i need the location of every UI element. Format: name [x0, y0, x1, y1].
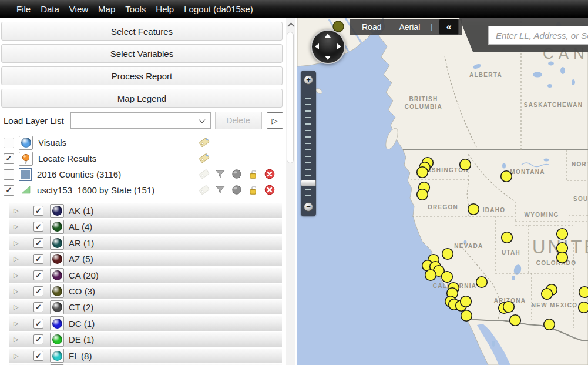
city-marker[interactable]: [468, 204, 479, 215]
city-marker[interactable]: [442, 249, 453, 260]
layer-checkbox[interactable]: ✓: [4, 185, 14, 196]
aerial-button[interactable]: Aerial: [390, 22, 429, 32]
state-row-ar[interactable]: ▷✓AR (1): [9, 236, 282, 250]
state-row-ak[interactable]: ▷✓AK (1): [9, 203, 282, 218]
city-marker[interactable]: [501, 171, 512, 182]
road-button[interactable]: Road: [353, 22, 390, 32]
layer-checkbox[interactable]: [4, 169, 14, 180]
city-marker[interactable]: [542, 289, 553, 300]
state-row-ct[interactable]: ▷✓CT (2): [9, 300, 282, 314]
layer-row[interactable]: Visuals: [0, 135, 285, 150]
state-checkbox[interactable]: ✓: [33, 222, 43, 232]
search-input[interactable]: [488, 26, 588, 45]
city-marker[interactable]: [476, 277, 488, 288]
expand-arrow-icon[interactable]: ▷: [14, 223, 22, 230]
expand-arrow-icon[interactable]: ▷: [14, 352, 22, 360]
state-row-al[interactable]: ▷✓AL (4): [9, 219, 282, 234]
map-canvas[interactable]: UNITEDCANADAALBERTABRITISHCOLUMBIASASKAT…: [297, 18, 588, 365]
state-checkbox[interactable]: ✓: [33, 270, 43, 280]
globe-icon[interactable]: [231, 168, 243, 180]
state-checkbox[interactable]: ✓: [33, 302, 43, 312]
panel-scrollbar[interactable]: [286, 18, 295, 365]
remove-icon[interactable]: [264, 184, 275, 196]
city-marker[interactable]: [417, 167, 428, 178]
layer-checkbox[interactable]: ✓: [4, 153, 14, 164]
city-marker[interactable]: [557, 229, 568, 240]
accordion-select-features[interactable]: Select Features: [1, 22, 283, 41]
remove-icon[interactable]: [264, 168, 275, 180]
state-row-de[interactable]: ▷✓DE (1): [9, 332, 282, 347]
state-checkbox[interactable]: ✓: [33, 254, 43, 264]
expand-arrow-icon[interactable]: ▷: [14, 320, 22, 327]
city-marker[interactable]: [442, 272, 453, 283]
expand-arrow-icon[interactable]: ▷: [14, 303, 22, 311]
city-marker[interactable]: [461, 310, 472, 322]
map-area[interactable]: UNITEDCANADAALBERTABRITISHCOLUMBIASASKAT…: [297, 18, 588, 365]
menu-item-file[interactable]: File: [16, 4, 31, 14]
menu-item-tools[interactable]: Tools: [125, 4, 146, 14]
funnel-icon[interactable]: [214, 168, 226, 180]
layer-checkbox[interactable]: [4, 138, 14, 148]
delete-button[interactable]: Delete: [215, 112, 262, 129]
compass-pan-control[interactable]: [311, 29, 345, 64]
state-checkbox[interactable]: ✓: [33, 286, 43, 296]
layer-row[interactable]: ✓Locate Results: [0, 150, 285, 166]
pan-up-icon[interactable]: [325, 34, 331, 38]
pan-down-icon[interactable]: [325, 56, 331, 60]
state-row-ca[interactable]: ▷✓CA (20): [9, 268, 282, 283]
city-marker[interactable]: [460, 159, 471, 170]
menu-item-logout-da015se[interactable]: Logout (da015se): [184, 4, 253, 14]
state-row-co[interactable]: ▷✓CO (3): [9, 284, 282, 299]
expand-arrow-icon[interactable]: ▷: [14, 255, 22, 263]
lock-open-icon[interactable]: [247, 184, 259, 196]
city-marker[interactable]: [544, 319, 555, 330]
city-marker[interactable]: [425, 270, 436, 281]
city-marker[interactable]: [461, 296, 472, 307]
city-marker[interactable]: [510, 315, 521, 326]
state-checkbox[interactable]: ✓: [33, 334, 43, 344]
globe-icon[interactable]: [231, 184, 243, 196]
city-marker[interactable]: [579, 302, 588, 313]
accordion-select-variables[interactable]: Select Variables: [1, 44, 283, 63]
accordion-process-report[interactable]: Process Report: [1, 66, 283, 85]
state-row-az[interactable]: ▷✓AZ (5): [9, 252, 282, 266]
expand-arrow-icon[interactable]: ▷: [14, 207, 22, 215]
state-checkbox[interactable]: ✓: [33, 238, 43, 248]
zoom-in-icon[interactable]: +: [304, 75, 313, 85]
scroll-up-icon[interactable]: [287, 22, 295, 30]
expand-arrow-icon[interactable]: ▷: [14, 336, 22, 343]
city-marker[interactable]: [579, 287, 588, 298]
state-checkbox[interactable]: ✓: [33, 206, 43, 216]
menu-item-data[interactable]: Data: [41, 4, 59, 14]
pan-left-icon[interactable]: [315, 43, 319, 49]
zoom-slider[interactable]: + −: [301, 71, 316, 216]
state-checkbox[interactable]: ✓: [33, 351, 43, 361]
tag-faded-icon[interactable]: [198, 168, 210, 180]
layer-row[interactable]: ✓uscty153_1600 by State (151): [0, 182, 285, 198]
menu-item-help[interactable]: Help: [156, 4, 174, 14]
city-marker[interactable]: [503, 302, 515, 313]
city-marker[interactable]: [557, 252, 568, 263]
tag-icon[interactable]: [198, 152, 210, 164]
collapse-button[interactable]: «: [439, 19, 459, 35]
scrollbar-thumb[interactable]: [287, 32, 294, 163]
layer-list-dropdown[interactable]: [70, 112, 211, 129]
menu-item-map[interactable]: Map: [98, 4, 115, 14]
tag-icon[interactable]: [198, 136, 210, 148]
accordion-map-legend[interactable]: Map Legend: [1, 89, 283, 108]
layer-row[interactable]: 2016 Counties (3116): [0, 166, 285, 182]
lock-open-icon[interactable]: [247, 168, 259, 180]
city-marker[interactable]: [417, 189, 428, 200]
zoom-slider-handle[interactable]: [301, 180, 316, 186]
expand-arrow-icon[interactable]: ▷: [14, 287, 22, 295]
city-marker[interactable]: [502, 232, 513, 243]
pan-right-icon[interactable]: [337, 43, 341, 49]
menu-item-view[interactable]: View: [69, 4, 88, 14]
expand-arrow-icon[interactable]: ▷: [14, 239, 22, 247]
state-row-dc[interactable]: ▷✓DC (1): [9, 316, 282, 331]
funnel-icon[interactable]: [214, 184, 226, 196]
run-button[interactable]: ▷: [267, 112, 283, 129]
expand-arrow-icon[interactable]: ▷: [14, 272, 22, 279]
state-checkbox[interactable]: ✓: [33, 319, 43, 329]
zoom-out-icon[interactable]: −: [304, 202, 313, 212]
